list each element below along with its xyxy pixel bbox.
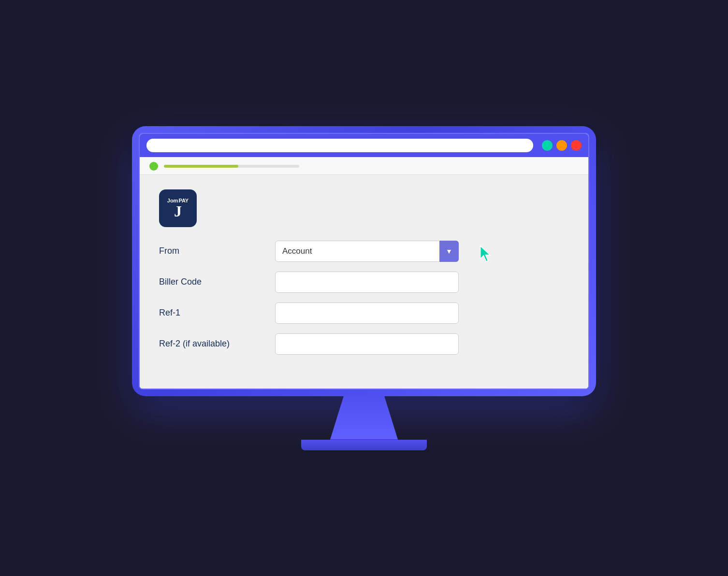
label-biller-code: Biller Code	[159, 277, 265, 287]
form-area: Jom PAY J From Account ▼	[140, 175, 588, 389]
jompay-logo: Jom PAY J	[159, 189, 197, 227]
label-ref1: Ref-1	[159, 308, 265, 318]
window-controls	[542, 140, 582, 151]
top-bar	[140, 157, 588, 175]
tab-row	[149, 162, 579, 174]
address-bar[interactable]	[146, 139, 533, 152]
ref1-input[interactable]	[275, 302, 459, 324]
browser-chrome	[140, 134, 588, 157]
stand-base	[301, 440, 427, 450]
ref1-wrapper	[275, 302, 459, 324]
ref2-input[interactable]	[275, 333, 459, 355]
screen: Jom PAY J From Account ▼	[139, 133, 589, 389]
progress-bar-container	[164, 165, 299, 168]
scene: Jom PAY J From Account ▼	[98, 126, 630, 450]
form-row-biller-code: Biller Code	[159, 272, 569, 293]
biller-code-input[interactable]	[275, 272, 459, 293]
form-row-from: From Account ▼	[159, 241, 569, 262]
window-control-green[interactable]	[542, 140, 553, 151]
label-ref2: Ref-2 (if available)	[159, 339, 265, 349]
logo-letter: J	[174, 203, 182, 219]
from-select[interactable]: Account	[275, 241, 459, 262]
from-select-wrapper: Account ▼	[275, 241, 459, 262]
form-row-ref1: Ref-1	[159, 302, 569, 324]
biller-code-wrapper	[275, 272, 459, 293]
progress-bar-fill	[164, 165, 238, 168]
monitor: Jom PAY J From Account ▼	[132, 126, 596, 396]
window-control-red[interactable]	[571, 140, 582, 151]
stand-neck	[330, 396, 398, 440]
window-control-orange[interactable]	[556, 140, 567, 151]
browser-toolbar	[146, 139, 582, 157]
page-content: Jom PAY J From Account ▼	[140, 157, 588, 389]
ref2-wrapper	[275, 333, 459, 355]
tab-dot	[149, 162, 158, 171]
label-from: From	[159, 246, 265, 256]
form-row-ref2: Ref-2 (if available)	[159, 333, 569, 355]
monitor-stand	[301, 396, 427, 450]
